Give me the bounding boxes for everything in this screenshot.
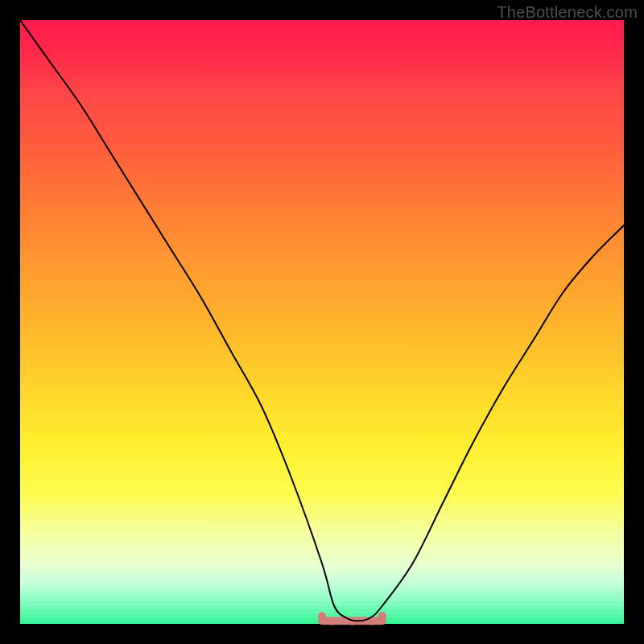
highlight-end [378,612,386,620]
chart-frame: TheBottleneck.com [0,0,644,644]
curve-layer [20,20,624,624]
highlight-dot [328,618,335,625]
highlight-dot [369,618,375,625]
bottleneck-curve [20,20,624,621]
highlight-end [318,612,326,620]
plot-area [20,20,624,624]
watermark-text: TheBottleneck.com [497,3,638,22]
